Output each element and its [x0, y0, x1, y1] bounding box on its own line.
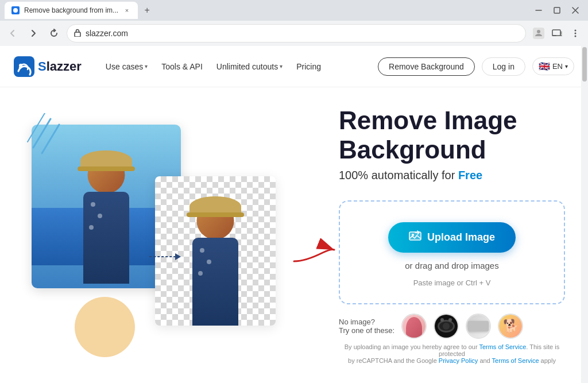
- terms-of-service-link-2[interactable]: Terms of Service: [492, 357, 539, 364]
- back-button[interactable]: [5, 25, 21, 41]
- sample-image-4[interactable]: 🐕: [498, 314, 523, 339]
- drag-drop-text: or drag and drop images: [405, 261, 498, 270]
- person-cutout: [178, 196, 253, 326]
- tab-close-button[interactable]: ×: [123, 6, 131, 14]
- svg-point-6: [575, 30, 577, 32]
- footer-legal-note: By uploading an image you hereby agree t…: [339, 343, 565, 364]
- language-selector[interactable]: 🇬🇧 EN ▾: [532, 57, 574, 75]
- sample-image-3[interactable]: [466, 314, 491, 339]
- svg-point-4: [537, 30, 540, 33]
- browser-toolbar: slazzer.com: [0, 21, 588, 46]
- window-controls: [531, 2, 583, 18]
- browser-chrome: Remove background from im... × +: [0, 0, 588, 46]
- scrollbar[interactable]: [581, 46, 588, 383]
- forward-button[interactable]: [25, 25, 41, 41]
- svg-point-8: [575, 36, 577, 37]
- maximize-button[interactable]: [549, 2, 565, 18]
- upload-image-button[interactable]: Upload Image: [388, 222, 516, 253]
- hero-cta: Remove Image Background 100% automatical…: [322, 87, 588, 383]
- sample-image-2[interactable]: [434, 314, 459, 339]
- hero-subtitle: 100% automatically for Free: [339, 169, 565, 182]
- hero-title: Remove Image Background: [339, 106, 565, 164]
- close-button[interactable]: [567, 2, 583, 18]
- nav-use-cases[interactable]: Use cases ▾: [100, 59, 153, 75]
- navbar: Slazzer Use cases ▾ Tools & API Unlimite…: [0, 46, 588, 87]
- svg-marker-14: [175, 253, 181, 260]
- terms-of-service-link[interactable]: Terms of Service: [479, 343, 526, 350]
- person-shape-original: [69, 150, 144, 288]
- tab-title: Remove background from im...: [24, 6, 118, 14]
- nav-tools-api[interactable]: Tools & API: [156, 59, 208, 75]
- minimize-button[interactable]: [531, 2, 547, 18]
- upload-dropzone[interactable]: Upload Image or drag and drop images Pas…: [339, 200, 565, 304]
- sample-image-1[interactable]: [401, 314, 427, 339]
- reload-button[interactable]: [46, 25, 62, 41]
- arrow-to-upload-icon: [288, 238, 340, 267]
- address-text: slazzer.com: [86, 29, 519, 38]
- decorative-lines: [22, 113, 68, 159]
- paste-hint-text: Paste image or Ctrl + V: [413, 278, 491, 287]
- chevron-down-icon: ▾: [145, 63, 148, 69]
- hero-section: Remove Image Background 100% automatical…: [0, 87, 588, 383]
- browser-title-bar: Remove background from im... × +: [0, 0, 588, 21]
- svg-rect-5: [552, 30, 560, 36]
- toolbar-icons: [531, 25, 583, 41]
- nav-pricing[interactable]: Pricing: [291, 59, 327, 75]
- sample-images-row: No image? Try one of these:: [339, 314, 565, 339]
- tab-favicon: [11, 6, 20, 14]
- nav-links: Use cases ▾ Tools & API Unlimited cutout…: [100, 59, 378, 75]
- remove-background-button[interactable]: Remove Background: [378, 57, 475, 76]
- svg-line-13: [28, 113, 45, 142]
- svg-rect-2: [75, 32, 80, 37]
- nav-actions: Remove Background Log in 🇬🇧 EN ▾: [378, 57, 574, 76]
- hero-demo-images: [0, 87, 322, 383]
- profile-picture-icon[interactable]: [531, 25, 547, 41]
- cast-icon[interactable]: [549, 25, 565, 41]
- login-button[interactable]: Log in: [482, 57, 525, 76]
- svg-rect-16: [409, 232, 421, 240]
- flag-icon: 🇬🇧: [539, 61, 550, 72]
- nav-unlimited-cutouts[interactable]: Unlimited cutouts ▾: [211, 59, 288, 75]
- svg-point-7: [575, 33, 577, 34]
- address-bar[interactable]: slazzer.com: [67, 24, 526, 42]
- chevron-down-icon: ▾: [565, 63, 568, 69]
- browser-menu-button[interactable]: [567, 25, 583, 41]
- lock-icon: [74, 29, 81, 38]
- svg-point-10: [19, 64, 22, 67]
- browser-tab[interactable]: Remove background from im... ×: [5, 2, 138, 19]
- page-content: Slazzer Use cases ▾ Tools & API Unlimite…: [0, 46, 588, 383]
- decorative-circle: [75, 297, 135, 357]
- connector-arrow: [146, 245, 181, 268]
- no-image-label: No image? Try one of these:: [339, 318, 394, 335]
- svg-point-0: [13, 8, 18, 13]
- svg-rect-1: [554, 7, 560, 13]
- logo-text: Slazzer: [38, 59, 82, 74]
- upload-icon: [409, 230, 421, 245]
- privacy-policy-link[interactable]: Privacy Policy: [439, 357, 478, 364]
- new-tab-button[interactable]: +: [140, 3, 154, 17]
- logo[interactable]: Slazzer: [14, 56, 82, 77]
- chevron-down-icon: ▾: [280, 63, 283, 69]
- scrollbar-thumb[interactable]: [582, 47, 587, 82]
- logo-icon: [14, 56, 34, 77]
